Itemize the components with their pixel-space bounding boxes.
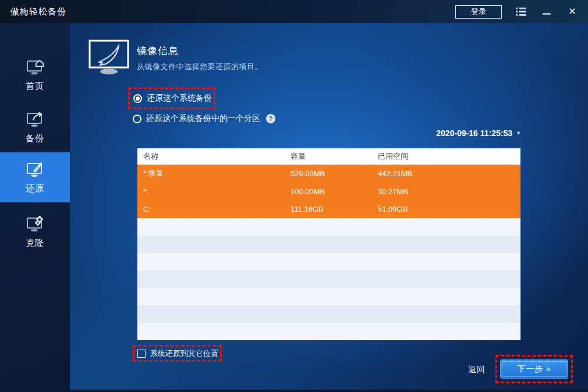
sidebar: 首页 备份 还原 — [0, 23, 70, 392]
table-empty-row — [137, 288, 520, 305]
table-empty-row — [137, 305, 520, 323]
table-body: *:恢复529.00MB442.21MB*:100.00MB30.27MBC:1… — [137, 165, 520, 340]
app-title: 傲梅轻松备份 — [10, 6, 66, 17]
restore-image-icon — [88, 40, 130, 78]
sidebar-item-restore[interactable]: 还原 — [0, 152, 70, 202]
sidebar-item-home[interactable]: 首页 — [0, 50, 70, 100]
login-button[interactable]: 登录 — [455, 5, 502, 19]
radio-label[interactable]: 还原这个系统备份 — [147, 93, 212, 104]
app-window: 傲梅轻松备份 登录 ✕ — [0, 0, 588, 392]
table-empty-row — [137, 218, 520, 236]
window-bottom-edge — [0, 390, 588, 392]
checkbox-label: 系统还原到其它位置 — [150, 348, 218, 359]
table-empty-row — [137, 270, 520, 288]
table-header-row: 名称 容量 已用空间 — [137, 148, 520, 165]
page-subtitle: 从镜像文件中选择您要还原的项目。 — [137, 62, 263, 72]
restore-to-other-location-checkbox[interactable]: 系统还原到其它位置 — [133, 345, 222, 362]
sidebar-item-label: 还原 — [26, 183, 44, 194]
cell-name: *: — [137, 187, 291, 196]
cell-capacity: 111.16GB — [291, 205, 378, 213]
clone-monitor-icon — [24, 215, 46, 234]
cell-name: *:恢复 — [137, 168, 291, 179]
column-header-name: 名称 — [137, 151, 291, 162]
titlebar-controls: 登录 ✕ — [455, 0, 588, 23]
page-title: 镜像信息 — [137, 44, 179, 58]
sidebar-item-backup[interactable]: 备份 — [0, 102, 70, 152]
sidebar-item-label: 克隆 — [26, 238, 44, 249]
help-icon[interactable]: ? — [266, 114, 275, 123]
next-button-highlight: 下一步 » — [495, 355, 573, 383]
cell-capacity: 529.00MB — [291, 169, 378, 178]
column-header-used: 已用空间 — [378, 151, 520, 162]
backup-time-value: 2020-09-16 11:25:53 — [436, 129, 512, 138]
table-empty-row — [137, 253, 520, 270]
table-row[interactable]: C:111.16GB51.09GB — [137, 200, 520, 218]
cell-used: 30.27MB — [378, 187, 520, 196]
chevron-down-icon: ▼ — [516, 130, 521, 136]
column-header-capacity: 容量 — [291, 151, 378, 162]
cell-capacity: 100.00MB — [291, 187, 378, 196]
table-row[interactable]: *:100.00MB30.27MB — [137, 183, 520, 201]
main-panel: 镜像信息 从镜像文件中选择您要还原的项目。 还原这个系统备份 还原这个系统备份中… — [70, 23, 588, 392]
sidebar-item-clone[interactable]: 克隆 — [0, 207, 70, 257]
sidebar-item-label: 备份 — [26, 133, 44, 144]
table-empty-row — [137, 323, 520, 340]
radio-unselected-icon[interactable] — [133, 115, 141, 123]
minimize-icon[interactable] — [540, 5, 553, 18]
sidebar-item-label: 首页 — [26, 81, 44, 92]
restore-monitor-icon — [24, 161, 46, 179]
partition-table: 名称 容量 已用空间 *:恢复529.00MB442.21MB*:100.00M… — [137, 148, 521, 340]
restore-partition-option[interactable]: 还原这个系统备份中的一个分区 ? — [133, 113, 275, 124]
radio-selected-icon[interactable] — [133, 94, 142, 103]
cell-used: 51.09GB — [378, 205, 520, 213]
radio-label[interactable]: 还原这个系统备份中的一个分区 — [146, 113, 260, 124]
cell-used: 442.21MB — [378, 169, 520, 178]
home-monitor-icon — [24, 58, 46, 77]
table-empty-row — [137, 236, 520, 253]
close-icon[interactable]: ✕ — [566, 5, 579, 18]
checkbox-icon[interactable] — [137, 350, 146, 358]
backup-monitor-icon — [24, 111, 46, 129]
next-button[interactable]: 下一步 » — [500, 359, 568, 379]
titlebar: 傲梅轻松备份 登录 ✕ — [0, 0, 588, 23]
menu-icon[interactable] — [515, 5, 527, 18]
table-row[interactable]: *:恢复529.00MB442.21MB — [137, 165, 520, 183]
back-button[interactable]: 返回 — [468, 365, 486, 375]
cell-name: C: — [137, 205, 291, 213]
restore-system-backup-option[interactable]: 还原这个系统备份 — [128, 87, 215, 109]
backup-time-dropdown[interactable]: 2020-09-16 11:25:53 ▼ — [436, 129, 521, 138]
